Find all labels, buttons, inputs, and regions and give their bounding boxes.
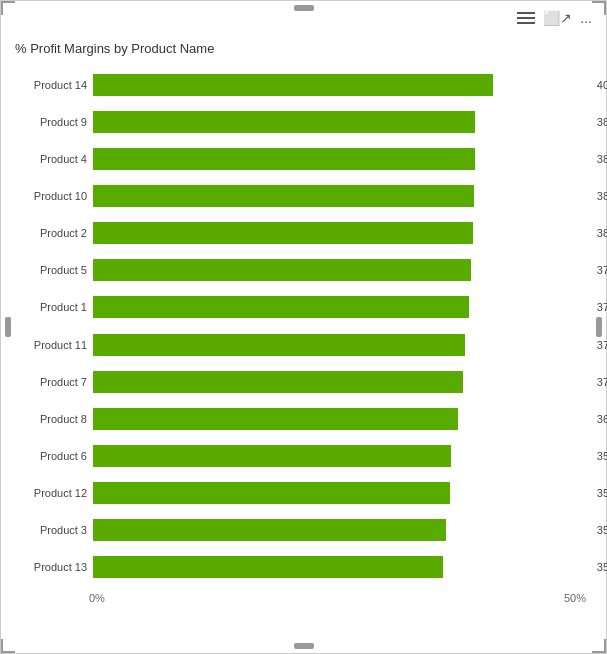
bar-value: 38.1% [597, 227, 607, 239]
bar-row: Product 335.4% [15, 512, 592, 549]
bar-row: Product 537.9% [15, 252, 592, 289]
bar-row: Product 1137.3% [15, 326, 592, 363]
bar-label: Product 12 [15, 487, 87, 499]
resize-handle-top[interactable] [294, 5, 314, 11]
bar-fill [93, 519, 446, 541]
bar-track: 38.3% [93, 111, 592, 133]
resize-handle-tl[interactable] [1, 1, 15, 15]
bar-value: 40.1% [597, 79, 607, 91]
bar-track: 37.3% [93, 334, 592, 356]
bar-label: Product 5 [15, 264, 87, 276]
chart-toolbar: ⬜↗ ... [517, 11, 592, 25]
bar-value: 35.1% [597, 561, 607, 573]
resize-handle-bottom[interactable] [294, 643, 314, 649]
bar-label: Product 6 [15, 450, 87, 462]
bar-track: 40.1% [93, 74, 592, 96]
bar-row: Product 836.6% [15, 400, 592, 437]
bar-row: Product 1038.2% [15, 177, 592, 214]
bar-value: 36.6% [597, 413, 607, 425]
bar-fill [93, 371, 463, 393]
bar-row: Product 1235.8% [15, 475, 592, 512]
bar-label: Product 8 [15, 413, 87, 425]
bar-label: Product 1 [15, 301, 87, 313]
resize-handle-right[interactable] [596, 317, 602, 337]
x-axis-max: 50% [564, 592, 586, 604]
bar-fill [93, 408, 458, 430]
chart-area: Product 1440.1%Product 938.3%Product 438… [11, 66, 596, 586]
bar-track: 36.6% [93, 408, 592, 430]
bar-fill [93, 482, 450, 504]
bar-label: Product 4 [15, 153, 87, 165]
bar-track: 35.8% [93, 482, 592, 504]
bar-value: 35.8% [597, 487, 607, 499]
bar-track: 37.7% [93, 296, 592, 318]
chart-container: ⬜↗ ... % Profit Margins by Product Name … [0, 0, 607, 654]
bar-value: 38.3% [597, 116, 607, 128]
x-axis: 0% 50% [89, 592, 586, 604]
bar-label: Product 2 [15, 227, 87, 239]
bar-row: Product 737.1% [15, 363, 592, 400]
bar-value: 38.2% [597, 190, 607, 202]
bar-label: Product 10 [15, 190, 87, 202]
x-axis-min: 0% [89, 592, 105, 604]
bar-value: 38.3% [597, 153, 607, 165]
resize-handle-br[interactable] [592, 639, 606, 653]
bar-fill [93, 556, 443, 578]
bar-row: Product 635.9% [15, 437, 592, 474]
bar-fill [93, 259, 471, 281]
menu-button[interactable] [517, 12, 535, 24]
bar-value: 35.9% [597, 450, 607, 462]
bar-track: 38.1% [93, 222, 592, 244]
bar-track: 37.9% [93, 259, 592, 281]
bar-value: 37.1% [597, 376, 607, 388]
bar-track: 37.1% [93, 371, 592, 393]
bar-track: 35.9% [93, 445, 592, 467]
resize-handle-bl[interactable] [1, 639, 15, 653]
bar-fill [93, 74, 493, 96]
bar-track: 38.2% [93, 185, 592, 207]
chart-title: % Profit Margins by Product Name [15, 41, 596, 56]
bar-row: Product 238.1% [15, 215, 592, 252]
bar-row: Product 137.7% [15, 289, 592, 326]
bar-fill [93, 334, 465, 356]
bar-label: Product 7 [15, 376, 87, 388]
more-options-button[interactable]: ... [580, 11, 592, 25]
bar-value: 37.9% [597, 264, 607, 276]
bar-fill [93, 296, 469, 318]
bar-value: 35.4% [597, 524, 607, 536]
bar-label: Product 13 [15, 561, 87, 573]
bar-label: Product 3 [15, 524, 87, 536]
bar-row: Product 438.3% [15, 140, 592, 177]
bar-track: 35.1% [93, 556, 592, 578]
bar-row: Product 1335.1% [15, 549, 592, 586]
bar-fill [93, 185, 474, 207]
bar-track: 35.4% [93, 519, 592, 541]
bar-label: Product 11 [15, 339, 87, 351]
bar-row: Product 1440.1% [15, 66, 592, 103]
bar-fill [93, 445, 451, 467]
bar-value: 37.7% [597, 301, 607, 313]
bar-track: 38.3% [93, 148, 592, 170]
bar-label: Product 14 [15, 79, 87, 91]
expand-button[interactable]: ⬜↗ [543, 11, 572, 25]
resize-handle-tr[interactable] [592, 1, 606, 15]
bar-fill [93, 148, 475, 170]
bar-label: Product 9 [15, 116, 87, 128]
bar-row: Product 938.3% [15, 103, 592, 140]
bar-fill [93, 222, 473, 244]
bar-fill [93, 111, 475, 133]
bar-value: 37.3% [597, 339, 607, 351]
